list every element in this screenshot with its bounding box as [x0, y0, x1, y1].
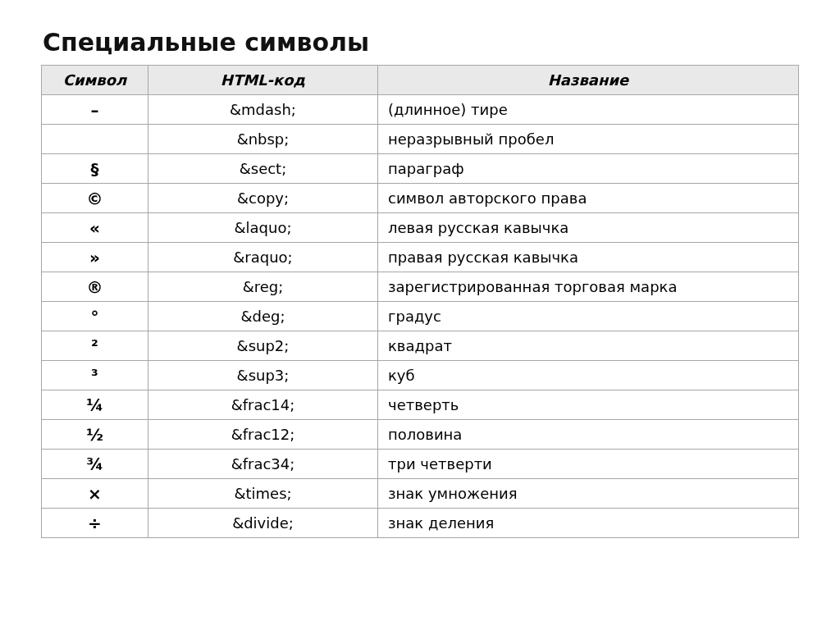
cell-name: неразрывный пробел: [378, 125, 799, 154]
table-row: ¾&frac34;три четверти: [42, 450, 799, 479]
cell-symbol: ½: [42, 420, 148, 450]
cell-name: (длинное) тире: [378, 95, 799, 125]
cell-name: правая русская кавычка: [378, 243, 799, 272]
table-row: ÷&divide;знак деления: [42, 509, 799, 538]
cell-code: &sect;: [148, 154, 378, 184]
table-row: §&sect;параграф: [42, 154, 799, 184]
cell-code: &frac12;: [148, 420, 378, 450]
cell-name: левая русская кавычка: [378, 213, 799, 243]
table-row: »&raquo;правая русская кавычка: [42, 243, 799, 272]
page-title: Специальные символы: [43, 28, 799, 57]
table-row: ¼&frac14;четверть: [42, 390, 799, 420]
cell-symbol: ³: [42, 361, 148, 390]
table-row: «&laquo;левая русская кавычка: [42, 213, 799, 243]
col-code: HTML-код: [148, 66, 378, 95]
cell-name: четверть: [378, 390, 799, 420]
cell-code: &divide;: [148, 509, 378, 538]
cell-symbol: ÷: [42, 509, 148, 538]
cell-code: &laquo;: [148, 213, 378, 243]
table-row: &nbsp;неразрывный пробел: [42, 125, 799, 154]
cell-symbol: [42, 125, 148, 154]
cell-code: &frac34;: [148, 450, 378, 479]
table-row: ®&reg;зарегистрированная торговая марка: [42, 272, 799, 302]
table-row: °&deg;градус: [42, 302, 799, 331]
cell-symbol: ¼: [42, 390, 148, 420]
cell-symbol: «: [42, 213, 148, 243]
cell-name: градус: [378, 302, 799, 331]
cell-code: &raquo;: [148, 243, 378, 272]
cell-code: &nbsp;: [148, 125, 378, 154]
cell-name: половина: [378, 420, 799, 450]
cell-symbol: ¾: [42, 450, 148, 479]
cell-name: квадрат: [378, 331, 799, 361]
cell-code: &deg;: [148, 302, 378, 331]
cell-name: параграф: [378, 154, 799, 184]
col-name: Название: [378, 66, 799, 95]
cell-code: &reg;: [148, 272, 378, 302]
cell-symbol: §: [42, 154, 148, 184]
table-row: ×&times;знак умножения: [42, 479, 799, 509]
table-row: ©&copy;символ авторского права: [42, 184, 799, 213]
cell-name: три четверти: [378, 450, 799, 479]
table-row: ²&sup2;квадрат: [42, 331, 799, 361]
cell-symbol: »: [42, 243, 148, 272]
cell-code: &sup2;: [148, 331, 378, 361]
cell-name: знак деления: [378, 509, 799, 538]
cell-name: знак умножения: [378, 479, 799, 509]
cell-symbol: ©: [42, 184, 148, 213]
cell-name: символ авторского права: [378, 184, 799, 213]
table-row: ½&frac12;половина: [42, 420, 799, 450]
cell-code: &frac14;: [148, 390, 378, 420]
cell-code: &times;: [148, 479, 378, 509]
cell-symbol: ²: [42, 331, 148, 361]
col-symbol: Символ: [42, 66, 148, 95]
cell-code: &sup3;: [148, 361, 378, 390]
cell-symbol: °: [42, 302, 148, 331]
cell-name: куб: [378, 361, 799, 390]
cell-symbol: –: [42, 95, 148, 125]
table-header-row: Символ HTML-код Название: [42, 66, 799, 95]
cell-code: &mdash;: [148, 95, 378, 125]
symbols-table: Символ HTML-код Название –&mdash;(длинно…: [41, 65, 799, 538]
cell-symbol: ×: [42, 479, 148, 509]
cell-code: &copy;: [148, 184, 378, 213]
table-row: ³&sup3;куб: [42, 361, 799, 390]
table-row: –&mdash;(длинное) тире: [42, 95, 799, 125]
cell-name: зарегистрированная торговая марка: [378, 272, 799, 302]
cell-symbol: ®: [42, 272, 148, 302]
